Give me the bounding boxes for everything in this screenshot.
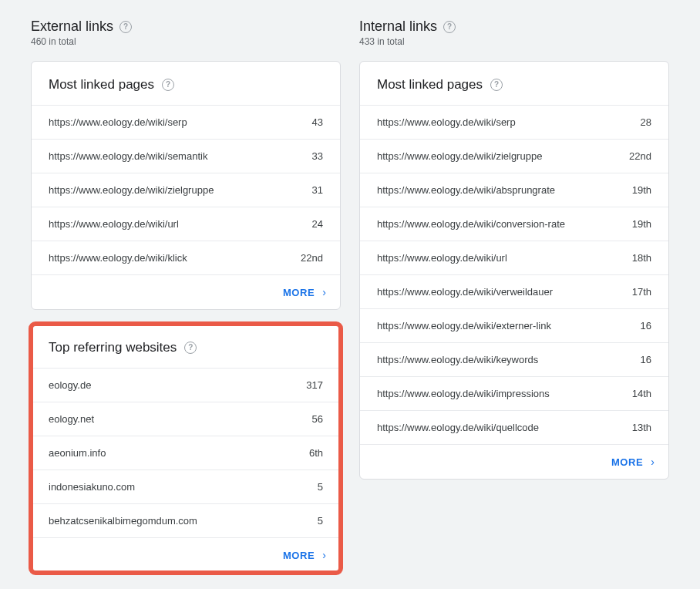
internal-column: Internal links ? 433 in total Most linke… [359,19,669,587]
chevron-right-icon: › [322,549,326,561]
table-row[interactable]: https://www.eology.de/wiki/conversion-ra… [360,207,668,241]
more-button[interactable]: MORE › [32,274,340,309]
help-icon[interactable]: ? [443,21,456,33]
table-row[interactable]: https://www.eology.de/wiki/semantik33 [32,139,340,173]
internal-header: Internal links ? 433 in total [359,19,669,47]
table-row[interactable]: https://www.eology.de/wiki/zielgruppe22n… [360,139,668,173]
more-button[interactable]: MORE › [360,444,668,479]
card-top-referring: Top referring websites ? eology.de317 eo… [31,324,341,573]
card-title: Most linked pages [377,77,483,93]
card-title: Most linked pages [49,77,154,93]
table-row[interactable]: https://www.eology.de/wiki/quellcode13th [360,410,668,444]
table-row[interactable]: behzatcsenikalbimegomdum.com5 [32,503,340,537]
table-row[interactable]: https://www.eology.de/wiki/zielgruppe31 [32,173,340,207]
table-row[interactable]: aeonium.info6th [32,436,340,470]
external-column: External links ? 460 in total Most linke… [31,19,341,587]
table-row[interactable]: https://www.eology.de/wiki/serp28 [360,105,668,139]
layout: External links ? 460 in total Most linke… [31,19,669,587]
table-row[interactable]: https://www.eology.de/wiki/absprungrate1… [360,173,668,207]
table-row[interactable]: https://www.eology.de/wiki/impressions14… [360,376,668,410]
table-row[interactable]: https://www.eology.de/wiki/klick22nd [32,241,340,274]
table-row[interactable]: https://www.eology.de/wiki/url18th [360,241,668,274]
card-most-linked-internal: Most linked pages ? https://www.eology.d… [359,61,669,480]
help-icon[interactable]: ? [119,21,132,33]
table-row[interactable]: https://www.eology.de/wiki/serp43 [32,105,340,139]
table-row[interactable]: https://www.eology.de/wiki/keywords16 [360,342,668,376]
internal-title: Internal links [359,19,437,35]
table-row[interactable]: https://www.eology.de/wiki/verweildauer1… [360,274,668,308]
table-row[interactable]: https://www.eology.de/wiki/url24 [32,207,340,241]
help-icon[interactable]: ? [490,79,503,91]
external-header: External links ? 460 in total [31,19,341,47]
card-most-linked-external: Most linked pages ? https://www.eology.d… [31,61,341,310]
help-icon[interactable]: ? [184,342,197,354]
table-row[interactable]: eology.net56 [32,402,340,436]
external-title: External links [31,19,113,35]
internal-subtitle: 433 in total [359,36,669,47]
table-row[interactable]: indonesiakuno.com5 [32,470,340,503]
more-button[interactable]: MORE › [32,537,340,572]
help-icon[interactable]: ? [162,79,174,91]
chevron-right-icon: › [651,456,655,468]
chevron-right-icon: › [322,286,326,298]
table-row[interactable]: eology.de317 [32,368,340,402]
table-row[interactable]: https://www.eology.de/wiki/externer-link… [360,308,668,342]
external-subtitle: 460 in total [31,36,341,47]
card-title: Top referring websites [49,340,177,355]
